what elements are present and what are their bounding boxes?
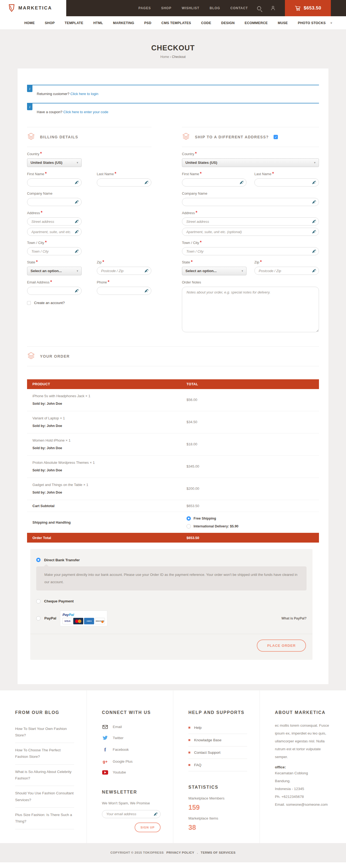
coupon-link[interactable]: Click here to enter your code — [63, 110, 108, 114]
account-icon[interactable] — [270, 5, 276, 11]
social-youtube-link[interactable]: Youtube — [102, 767, 161, 778]
billing-email-input[interactable] — [27, 287, 82, 295]
terms-link[interactable]: TERMS OF SERVICES — [201, 851, 236, 854]
social-email-link[interactable]: Email — [102, 721, 161, 732]
menu-psd[interactable]: PSD — [144, 21, 151, 25]
billing-phone-input[interactable] — [97, 287, 151, 295]
international-delivery-option[interactable]: International Delivery: $5.90 — [186, 524, 319, 528]
autofill-icon[interactable] — [74, 219, 79, 224]
autofill-icon[interactable] — [144, 288, 149, 293]
blog-post-link[interactable]: How To Choose The Perfect Fashion Store? — [15, 743, 74, 765]
shipping-town-input[interactable] — [182, 247, 319, 255]
breadcrumb-home[interactable]: Home — [160, 55, 169, 59]
bank-transfer-option[interactable]: Direct Bank Transfer — [36, 558, 307, 562]
top-nav-blog[interactable]: BLOG — [210, 6, 220, 10]
shipping-country-select[interactable]: United States (US)▼ — [182, 158, 319, 167]
login-link[interactable]: Click here to login — [70, 92, 98, 96]
menu-shop[interactable]: SHOP — [45, 21, 55, 25]
radio-unselected-icon[interactable] — [36, 616, 40, 621]
blog-post-link[interactable]: Plus Size Fashion: Is There Such a Thing… — [15, 808, 74, 829]
menu-expand-icon[interactable]: » — [330, 22, 334, 24]
free-shipping-option[interactable]: Free Shipping — [186, 516, 319, 521]
signup-button[interactable]: SIGN UP — [135, 823, 161, 832]
billing-state-select[interactable]: Select an option...▼ — [27, 267, 82, 275]
autofill-icon[interactable] — [312, 180, 316, 185]
autofill-icon[interactable] — [74, 229, 79, 234]
menu-template[interactable]: TEMPLATE — [65, 21, 83, 25]
blog-post-link[interactable]: Should You Use Fashion Consultant Servic… — [15, 786, 74, 808]
autofill-icon[interactable] — [144, 268, 149, 273]
autofill-icon[interactable] — [312, 249, 316, 254]
what-is-paypal-link[interactable]: What is PayPal? — [281, 617, 307, 620]
top-nav-shop[interactable]: SHOP — [161, 6, 171, 10]
ship-different-checkbox[interactable]: ✓ — [274, 135, 278, 139]
shipping-street-input[interactable] — [182, 217, 319, 225]
autofill-icon[interactable] — [74, 199, 79, 205]
radio-unselected-icon[interactable] — [186, 524, 191, 528]
autofill-icon[interactable] — [312, 229, 316, 234]
cheque-payment-option[interactable]: Cheque Payment — [36, 599, 307, 603]
blog-post-link[interactable]: How To Start Your Own Fashion Store? — [15, 721, 74, 743]
radio-selected-icon[interactable] — [186, 516, 191, 521]
menu-ecommerce[interactable]: ECOMMERCE — [245, 21, 268, 25]
radio-selected-icon[interactable] — [36, 558, 40, 562]
menu-html[interactable]: HTML — [93, 21, 103, 25]
office-email: Email. someone@someone.com — [275, 801, 334, 808]
paypal-option[interactable]: PayPal PayPal VISA AMEX DISCOVER What is… — [36, 611, 307, 626]
create-account-option[interactable]: Create an account? — [27, 301, 151, 305]
autofill-icon[interactable] — [144, 180, 149, 185]
autofill-icon[interactable] — [74, 249, 79, 254]
faq-link[interactable]: FAQ — [188, 759, 247, 771]
help-link[interactable]: Help — [188, 721, 247, 734]
brand-logo[interactable]: MARKETICA — [0, 0, 66, 16]
search-icon[interactable] — [257, 6, 261, 10]
billing-country-select[interactable]: United States (US)▼ — [27, 158, 82, 167]
place-order-button[interactable]: PLACE ORDER — [257, 640, 306, 652]
autofill-icon[interactable] — [74, 180, 79, 185]
shipping-state-select[interactable]: Select an option...▼ — [182, 267, 246, 275]
newsletter-email-input[interactable] — [102, 810, 161, 818]
menu-code[interactable]: CODE — [201, 21, 211, 25]
social-facebook-link[interactable]: f Facebook — [102, 743, 161, 756]
menu-design[interactable]: DESIGN — [221, 21, 235, 25]
autofill-icon[interactable] — [312, 199, 316, 205]
shipping-company-input[interactable] — [182, 198, 319, 206]
create-account-label: Create an account? — [34, 301, 65, 305]
autofill-icon[interactable] — [239, 180, 244, 185]
knowledge-base-link[interactable]: Knowladge Base — [188, 734, 247, 746]
billing-column: BILLING DETAILS Country* United States (… — [27, 127, 151, 333]
menu-photo-stocks[interactable]: PHOTO STOCKS — [298, 21, 326, 25]
billing-zip-input[interactable] — [97, 267, 151, 275]
menu-marketing[interactable]: MARKETING — [113, 21, 134, 25]
radio-unselected-icon[interactable] — [36, 599, 40, 603]
billing-town-input[interactable] — [27, 247, 82, 255]
chevron-down-icon: ▼ — [76, 159, 79, 167]
shipping-zip-input[interactable] — [254, 267, 319, 275]
blog-post-link[interactable]: What is So Alluring About Celebrity Fash… — [15, 765, 74, 786]
billing-apartment-input[interactable] — [27, 228, 82, 236]
top-nav-contact[interactable]: CONTACT — [230, 6, 248, 10]
autofill-icon[interactable] — [74, 288, 79, 293]
menu-muse[interactable]: MUSE — [278, 21, 288, 25]
top-nav-pages[interactable]: PAGES — [138, 6, 151, 10]
menu-home[interactable]: HOME — [24, 21, 35, 25]
contact-support-link[interactable]: Contact Support — [188, 746, 247, 759]
autofill-icon[interactable] — [312, 219, 316, 224]
billing-company-input[interactable] — [27, 198, 82, 206]
order-notes-textarea[interactable] — [182, 287, 319, 332]
create-account-checkbox[interactable] — [27, 301, 31, 305]
shipping-last-name-input[interactable] — [254, 179, 319, 187]
billing-street-input[interactable] — [27, 217, 82, 225]
billing-first-name-input[interactable] — [27, 179, 82, 187]
privacy-policy-link[interactable]: PRIVACY POLICY — [167, 851, 194, 854]
shipping-apartment-input[interactable] — [182, 228, 319, 236]
billing-last-name-input[interactable] — [97, 179, 151, 187]
autofill-icon[interactable] — [312, 268, 316, 273]
autofill-icon[interactable] — [153, 812, 158, 816]
shipping-first-name-input[interactable] — [182, 179, 246, 187]
cart-button[interactable]: $653.50 — [285, 0, 331, 16]
menu-cms-templates[interactable]: CMS TEMPLATES — [161, 21, 191, 25]
social-twitter-link[interactable]: Twitter — [102, 732, 161, 743]
social-googleplus-link[interactable]: g+ Google Plus — [102, 756, 161, 767]
top-nav-wishlist[interactable]: WISHLIST — [182, 6, 199, 10]
